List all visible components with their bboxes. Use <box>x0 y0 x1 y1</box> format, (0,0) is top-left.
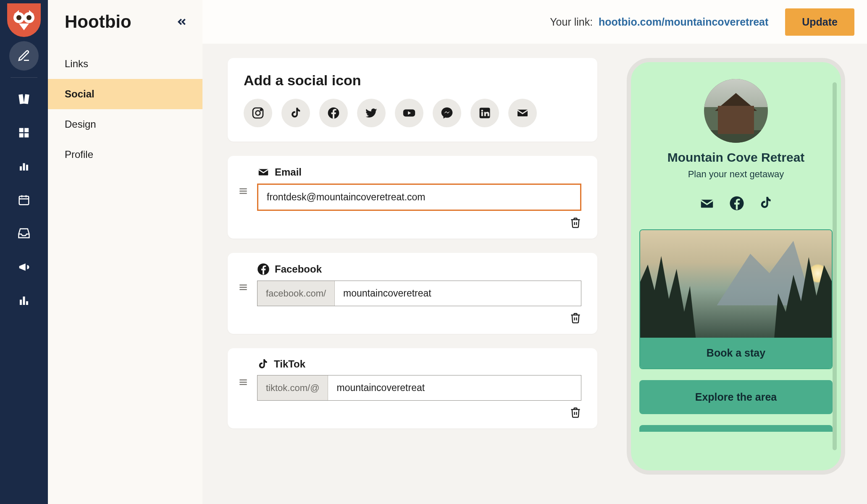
svg-rect-34 <box>239 286 247 287</box>
rail-item-compose[interactable] <box>9 41 39 71</box>
delete-button[interactable] <box>570 407 581 418</box>
social-item-email: Email <box>228 156 597 239</box>
preview-link-button-partial[interactable] <box>639 425 833 432</box>
svg-rect-39 <box>239 384 247 385</box>
email-input[interactable] <box>258 185 580 210</box>
twitter-icon[interactable] <box>357 99 386 127</box>
svg-rect-29 <box>239 188 247 189</box>
rail-item-analytics[interactable] <box>9 152 39 181</box>
svg-rect-5 <box>24 94 29 104</box>
preview-column: Mountain Cove Retreat Plan your next get… <box>623 58 849 504</box>
svg-rect-13 <box>19 196 29 205</box>
preview-link-card[interactable]: Book a stay <box>639 229 833 369</box>
collapse-sidebar-button[interactable] <box>176 16 188 28</box>
rail-item-streams[interactable] <box>9 84 39 114</box>
messenger-icon[interactable] <box>433 99 461 127</box>
svg-rect-6 <box>19 128 24 132</box>
add-social-card: Add a social icon <box>228 58 597 142</box>
delete-button[interactable] <box>570 217 581 228</box>
svg-rect-38 <box>239 381 247 382</box>
preview-title: Mountain Cove Retreat <box>667 150 805 165</box>
svg-rect-4 <box>18 94 24 104</box>
phone-preview: Mountain Cove Retreat Plan your next get… <box>627 58 845 475</box>
app-logo <box>7 3 41 37</box>
editor-column: Add a social icon <box>228 58 597 504</box>
svg-rect-30 <box>239 190 247 191</box>
preview-link-button[interactable]: Explore the area <box>639 380 833 414</box>
main-area: Your link: hootbio.com/mountaincoveretre… <box>202 0 867 504</box>
svg-rect-12 <box>26 165 28 171</box>
social-item-label: TikTok <box>274 358 305 370</box>
svg-rect-31 <box>239 193 247 194</box>
instagram-icon[interactable] <box>244 99 272 127</box>
social-item-tiktok: TikTok tiktok.com/@ <box>228 348 597 428</box>
preview-subtitle: Plan your next getaway <box>688 169 784 180</box>
your-link-text: Your link: hootbio.com/mountaincoveretre… <box>550 16 768 28</box>
svg-rect-7 <box>24 128 29 132</box>
tiktok-icon[interactable] <box>281 99 310 127</box>
svg-rect-11 <box>23 163 25 171</box>
email-icon[interactable] <box>508 99 537 127</box>
email-icon[interactable] <box>699 196 715 212</box>
svg-rect-33 <box>239 284 247 285</box>
svg-rect-17 <box>20 300 22 305</box>
svg-rect-19 <box>26 301 28 305</box>
input-prefix: facebook.com/ <box>257 281 335 306</box>
email-icon <box>257 166 270 178</box>
svg-point-26 <box>481 110 483 112</box>
facebook-icon[interactable] <box>729 196 744 212</box>
svg-rect-37 <box>239 379 247 380</box>
drag-handle-icon[interactable] <box>238 186 249 197</box>
tiktok-icon[interactable] <box>759 196 773 212</box>
sidebar-item-social[interactable]: Social <box>48 79 202 109</box>
facebook-icon[interactable] <box>319 99 348 127</box>
svg-rect-27 <box>481 112 483 116</box>
rail-item-dashboard[interactable] <box>9 118 39 147</box>
drag-handle-icon[interactable] <box>238 377 249 388</box>
svg-rect-10 <box>20 166 22 171</box>
youtube-icon[interactable] <box>395 99 423 127</box>
social-icon-palette <box>244 99 581 127</box>
svg-point-22 <box>260 109 262 110</box>
social-item-label: Email <box>275 166 302 178</box>
sidebar: Hootbio Links Social Design Profile <box>48 0 202 504</box>
preview-scrollbar[interactable] <box>833 82 837 450</box>
facebook-input[interactable] <box>335 281 581 306</box>
svg-point-3 <box>26 15 32 20</box>
sidebar-item-design[interactable]: Design <box>48 109 202 139</box>
tiktok-icon <box>257 358 269 370</box>
facebook-icon <box>257 263 270 276</box>
add-social-heading: Add a social icon <box>244 72 581 89</box>
drag-handle-icon[interactable] <box>238 282 249 293</box>
update-button[interactable]: Update <box>785 8 854 36</box>
rail-item-reports[interactable] <box>9 286 39 315</box>
social-item-label: Facebook <box>275 263 322 275</box>
app-rail <box>0 0 48 504</box>
rail-item-announce[interactable] <box>9 252 39 282</box>
preview-avatar <box>704 79 768 143</box>
preview-hero-image <box>640 230 832 338</box>
preview-social-row <box>699 196 773 212</box>
your-link-label: Your link: <box>550 16 593 28</box>
linkedin-icon[interactable] <box>470 99 499 127</box>
sidebar-item-links[interactable]: Links <box>48 49 202 79</box>
svg-rect-8 <box>19 133 24 137</box>
your-link-url[interactable]: hootbio.com/mountaincoveretreat <box>599 16 768 28</box>
preview-button-label: Book a stay <box>640 338 832 368</box>
svg-rect-18 <box>23 297 25 305</box>
input-prefix: tiktok.com/@ <box>257 375 328 400</box>
rail-item-calendar[interactable] <box>9 185 39 215</box>
svg-rect-35 <box>239 289 247 290</box>
sidebar-item-profile[interactable]: Profile <box>48 139 202 170</box>
brand-name: Hootbio <box>65 12 131 32</box>
topbar: Your link: hootbio.com/mountaincoveretre… <box>202 0 867 44</box>
delete-button[interactable] <box>570 312 581 324</box>
svg-point-21 <box>256 111 260 116</box>
tiktok-input[interactable] <box>328 375 581 400</box>
social-item-facebook: Facebook facebook.com/ <box>228 253 597 334</box>
rail-item-inbox[interactable] <box>9 219 39 248</box>
svg-point-2 <box>16 15 21 20</box>
svg-rect-9 <box>24 133 29 137</box>
